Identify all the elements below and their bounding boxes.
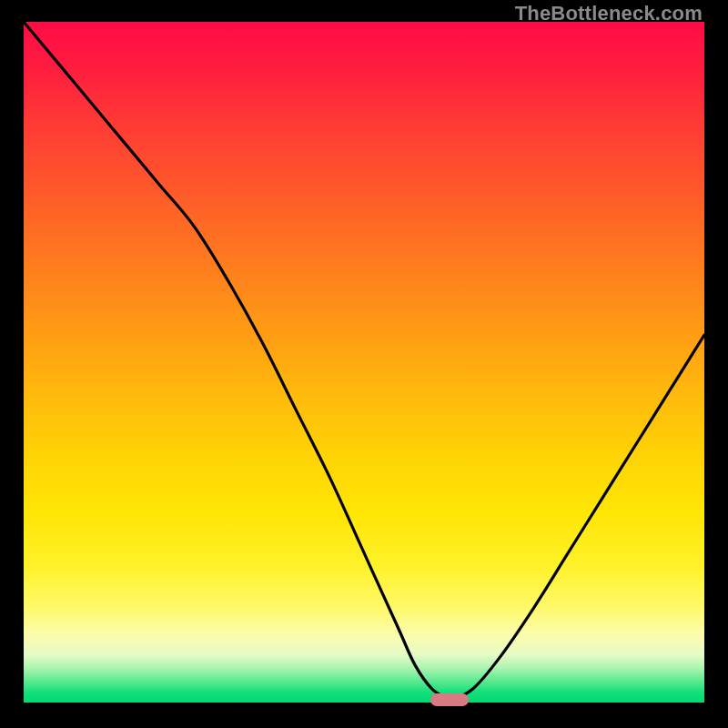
- chart-plot-area: [24, 22, 704, 703]
- chart-frame: TheBottleneck.com: [0, 0, 728, 728]
- watermark-text: TheBottleneck.com: [515, 2, 703, 25]
- bottleneck-curve: [24, 22, 704, 703]
- optimal-marker: [430, 693, 469, 706]
- curve-path: [24, 22, 704, 701]
